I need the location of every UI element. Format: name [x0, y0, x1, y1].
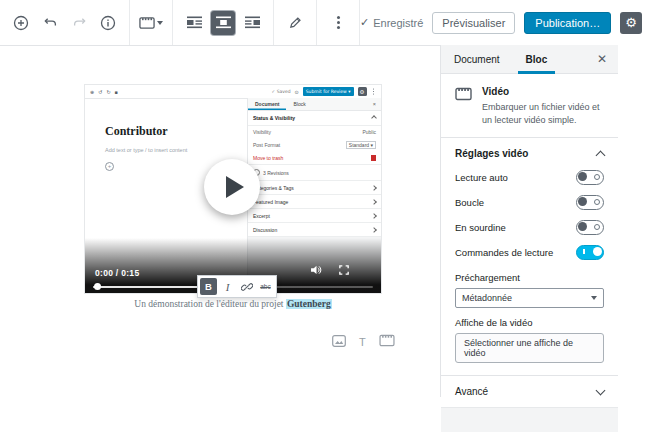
muted-toggle[interactable] [576, 220, 604, 235]
mini-tab-block: Block [286, 98, 312, 110]
video-block-icon [455, 87, 472, 127]
gutenberg-editor: ✓ Enregistré Prévisualiser Publication… … [0, 0, 650, 432]
tab-document[interactable]: Document [441, 45, 513, 73]
mini-visibility-row: VisibilityPublic [248, 126, 381, 138]
mini-placeholder-text: Add text or type / to insert content [105, 147, 187, 153]
mini-gear-icon: ⚙ [358, 87, 367, 96]
history-group [0, 0, 130, 45]
mini-submit-button: Submit for Review ▾ [303, 87, 354, 96]
mini-chevron-icon [371, 227, 377, 233]
video-settings-panel-header[interactable]: Réglages vidéo [441, 138, 618, 165]
poster-label: Affiche de la vidéo [455, 317, 604, 328]
poster-field: Affiche de la vidéo Sélectionner une aff… [441, 310, 618, 365]
insert-text-icon[interactable]: T [359, 336, 366, 348]
mini-undo-icon: ↺ [98, 89, 102, 95]
mini-ellipsis-icon [373, 91, 375, 93]
mini-revisions-row: 3 Revisions [248, 164, 381, 181]
edit-pencil-button[interactable] [283, 11, 307, 35]
mini-inserter-icon: + [105, 162, 114, 171]
add-block-button[interactable] [9, 11, 33, 35]
block-inserter-shortcuts: T [332, 333, 395, 351]
bold-button[interactable]: B [200, 278, 217, 295]
alignment-group [173, 0, 274, 45]
tab-block[interactable]: Bloc [513, 45, 561, 73]
preload-label: Préchargement [455, 272, 604, 283]
video-time: 0:00 / 0:15 [95, 268, 139, 278]
block-title: Vidéo [482, 86, 610, 97]
play-button[interactable] [204, 159, 260, 215]
caption-text: Un démonstration de l'éditeur du projet [134, 299, 286, 309]
undo-button[interactable] [38, 11, 62, 35]
preload-field: Préchargement Métadonnée [441, 265, 618, 310]
align-left-button[interactable] [182, 11, 206, 35]
mini-chevron-up-icon [371, 115, 377, 121]
block-more-options-button[interactable] [326, 11, 350, 35]
mini-tab-document: Document [248, 98, 286, 110]
saved-status: ✓ Enregistré [360, 16, 423, 29]
mini-chevron-icon [371, 185, 377, 191]
link-button[interactable] [238, 278, 255, 295]
strikethrough-button[interactable]: abc [257, 278, 274, 295]
block-more-group [317, 0, 360, 45]
align-right-button[interactable] [240, 11, 264, 35]
fullscreen-icon[interactable] [339, 261, 349, 279]
mini-trash-icon [371, 155, 376, 161]
video-caption[interactable]: Un démonstration de l'éditeur du projet … [85, 299, 381, 309]
content-structure-button[interactable] [96, 11, 120, 35]
toggle-row-loop: Boucle [441, 190, 618, 215]
redo-button[interactable] [67, 11, 91, 35]
play-icon [226, 176, 244, 198]
select-arrow-icon [591, 296, 597, 300]
mini-editor-toolbar: ⊕ ↺ ↻ ▪ ✓ Saved ⊙ Submit for Review ▾ ⚙ [85, 85, 381, 99]
block-type-group [130, 0, 173, 45]
mini-trash-row: Move to trash [248, 152, 381, 164]
toggle-label: Boucle [455, 197, 484, 208]
preload-select[interactable]: Métadonnée [455, 288, 604, 308]
close-sidebar-icon[interactable]: ✕ [597, 53, 607, 65]
saved-label: Enregistré [373, 17, 423, 29]
loop-toggle[interactable] [576, 195, 604, 210]
mini-sidebar-tabs: Document Block × [248, 98, 381, 111]
mini-status-panel: Status & Visibility [248, 111, 381, 126]
video-block-type-button[interactable] [139, 11, 163, 35]
toggle-row-controls: Commandes de lecture [441, 240, 618, 265]
select-poster-button[interactable]: Sélectionner une affiche de vidéo [455, 333, 604, 363]
mini-panel-row: Categories & Tags [248, 181, 381, 195]
block-description: Embarquer un fichier vidéo et un lecteur… [482, 101, 610, 127]
caption-selected-text: Gutenberg [286, 299, 332, 309]
toggle-label: Lecture auto [455, 172, 508, 183]
sidebar-footer [441, 407, 618, 432]
italic-button[interactable]: I [219, 278, 236, 295]
publish-button[interactable]: Publication… [524, 12, 611, 34]
mini-chevron-icon [371, 213, 377, 219]
insert-video-icon[interactable] [379, 333, 395, 351]
video-player[interactable]: ⊕ ↺ ↻ ▪ ✓ Saved ⊙ Submit for Review ▾ ⚙ … [85, 85, 381, 293]
chevron-down-icon [157, 21, 163, 25]
toggle-row-muted: En sourdine [441, 215, 618, 240]
block-card: Vidéo Embarquer un fichier vidéo et un l… [441, 74, 618, 138]
video-more-options-icon[interactable] [366, 261, 370, 279]
align-center-button[interactable] [211, 11, 235, 35]
chevron-down-icon [596, 386, 606, 396]
video-control-icons [311, 261, 370, 279]
mini-saved-status: ✓ Saved [271, 89, 290, 94]
mini-add-block-icon: ⊕ [90, 89, 94, 95]
mini-close-icon: × [373, 101, 376, 107]
caption-format-toolbar: B I abc [197, 275, 277, 298]
volume-icon[interactable] [311, 261, 322, 279]
autoplay-toggle[interactable] [576, 170, 604, 185]
toggle-row-autoplay: Lecture auto [441, 165, 618, 190]
settings-gear-button[interactable]: ⚙ [620, 12, 642, 34]
playback-controls-toggle[interactable] [576, 245, 604, 260]
mini-info-icon: ▪ [115, 89, 118, 95]
preview-button[interactable]: Prévisualiser [432, 12, 515, 34]
check-icon: ✓ [360, 16, 369, 29]
mini-toolbar-right: ✓ Saved ⊙ Submit for Review ▾ ⚙ [271, 87, 376, 96]
insert-image-icon[interactable] [332, 333, 346, 351]
advanced-panel-header[interactable]: Avancé [441, 375, 618, 407]
mini-post-title: Contributor [105, 124, 168, 139]
mini-post-format-row: Post FormatStandard ▾ [248, 138, 381, 152]
editor-toolbar: ✓ Enregistré Prévisualiser Publication… … [0, 0, 618, 46]
settings-sidebar: Document Bloc ✕ Vidéo Embarquer un fichi… [440, 45, 618, 397]
mini-panel-row: Excerpt [248, 209, 381, 223]
